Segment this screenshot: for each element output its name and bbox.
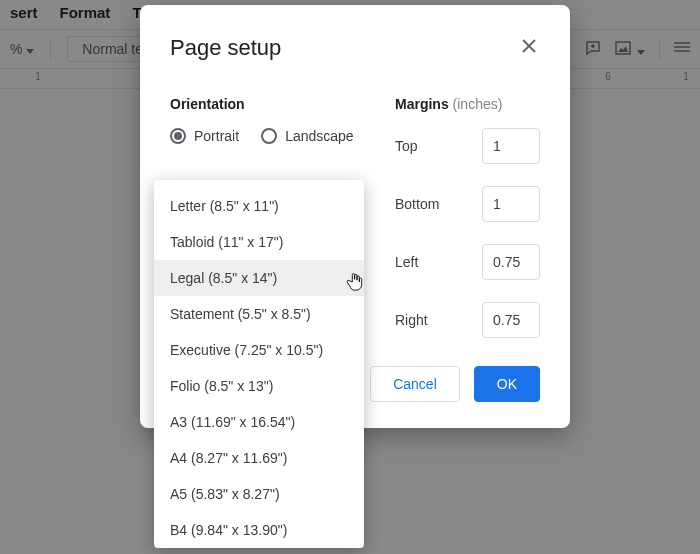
margins-hint: (inches) xyxy=(453,96,503,112)
margin-top-label: Top xyxy=(395,138,418,154)
orientation-landscape-radio[interactable]: Landscape xyxy=(261,128,354,144)
paper-size-option[interactable]: Folio (8.5" x 13") xyxy=(154,368,364,404)
radio-icon xyxy=(170,128,186,144)
margin-right-label: Right xyxy=(395,312,428,328)
paper-size-option[interactable]: B4 (9.84" x 13.90") xyxy=(154,512,364,548)
paper-size-option[interactable]: A4 (8.27" x 11.69") xyxy=(154,440,364,476)
paper-size-option[interactable]: Legal (8.5" x 14") xyxy=(154,260,364,296)
margin-left-input[interactable] xyxy=(482,244,540,280)
margins-label-text: Margins xyxy=(395,96,449,112)
ok-button[interactable]: OK xyxy=(474,366,540,402)
orientation-portrait-radio[interactable]: Portrait xyxy=(170,128,239,144)
paper-size-dropdown: Letter (8.5" x 11") Tabloid (11" x 17") … xyxy=(154,180,364,548)
paper-size-option[interactable]: Statement (5.5" x 8.5") xyxy=(154,296,364,332)
margins-section: Margins (inches) Top Bottom Left Right xyxy=(395,96,540,360)
portrait-label: Portrait xyxy=(194,128,239,144)
dialog-title: Page setup xyxy=(170,35,281,61)
paper-size-option[interactable]: Letter (8.5" x 11") xyxy=(154,188,364,224)
margin-left-label: Left xyxy=(395,254,418,270)
paper-size-option[interactable]: Tabloid (11" x 17") xyxy=(154,224,364,260)
radio-icon xyxy=(261,128,277,144)
cancel-button[interactable]: Cancel xyxy=(370,366,460,402)
margin-bottom-input[interactable] xyxy=(482,186,540,222)
margin-bottom-label: Bottom xyxy=(395,196,439,212)
margin-right-input[interactable] xyxy=(482,302,540,338)
close-button[interactable] xyxy=(518,33,540,62)
margin-top-input[interactable] xyxy=(482,128,540,164)
landscape-label: Landscape xyxy=(285,128,354,144)
margins-label: Margins (inches) xyxy=(395,96,540,112)
paper-size-option[interactable]: A5 (5.83" x 8.27") xyxy=(154,476,364,512)
close-icon xyxy=(522,39,536,53)
paper-size-option[interactable]: A3 (11.69" x 16.54") xyxy=(154,404,364,440)
paper-size-option[interactable]: Executive (7.25" x 10.5") xyxy=(154,332,364,368)
orientation-label: Orientation xyxy=(170,96,355,112)
